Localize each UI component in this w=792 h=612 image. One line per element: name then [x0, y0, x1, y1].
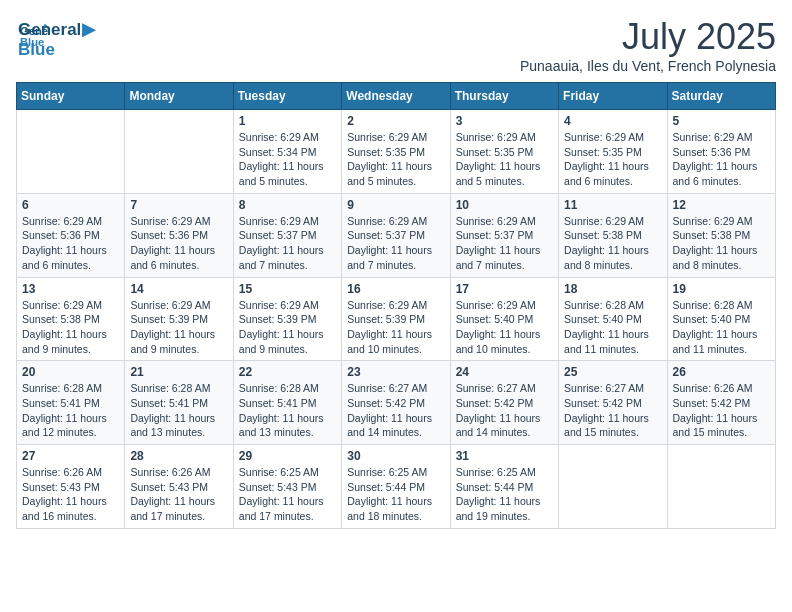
day-info: Sunrise: 6:28 AMSunset: 5:41 PMDaylight:… — [239, 381, 336, 440]
header-thursday: Thursday — [450, 83, 558, 110]
day-number: 2 — [347, 114, 444, 128]
calendar-cell: 31Sunrise: 6:25 AMSunset: 5:44 PMDayligh… — [450, 445, 558, 529]
day-info: Sunrise: 6:29 AMSunset: 5:37 PMDaylight:… — [347, 214, 444, 273]
day-number: 19 — [673, 282, 770, 296]
day-info: Sunrise: 6:25 AMSunset: 5:43 PMDaylight:… — [239, 465, 336, 524]
calendar-cell — [125, 110, 233, 194]
calendar-cell: 23Sunrise: 6:27 AMSunset: 5:42 PMDayligh… — [342, 361, 450, 445]
calendar-cell — [17, 110, 125, 194]
day-number: 29 — [239, 449, 336, 463]
day-number: 3 — [456, 114, 553, 128]
header-tuesday: Tuesday — [233, 83, 341, 110]
header-friday: Friday — [559, 83, 667, 110]
day-info: Sunrise: 6:29 AMSunset: 5:36 PMDaylight:… — [673, 130, 770, 189]
calendar-cell: 21Sunrise: 6:28 AMSunset: 5:41 PMDayligh… — [125, 361, 233, 445]
calendar-cell: 12Sunrise: 6:29 AMSunset: 5:38 PMDayligh… — [667, 193, 775, 277]
calendar-week-4: 20Sunrise: 6:28 AMSunset: 5:41 PMDayligh… — [17, 361, 776, 445]
calendar-cell: 11Sunrise: 6:29 AMSunset: 5:38 PMDayligh… — [559, 193, 667, 277]
calendar-cell: 16Sunrise: 6:29 AMSunset: 5:39 PMDayligh… — [342, 277, 450, 361]
day-number: 11 — [564, 198, 661, 212]
calendar-cell: 26Sunrise: 6:26 AMSunset: 5:42 PMDayligh… — [667, 361, 775, 445]
day-number: 21 — [130, 365, 227, 379]
calendar-cell: 3Sunrise: 6:29 AMSunset: 5:35 PMDaylight… — [450, 110, 558, 194]
calendar-cell: 4Sunrise: 6:29 AMSunset: 5:35 PMDaylight… — [559, 110, 667, 194]
day-number: 30 — [347, 449, 444, 463]
calendar-cell: 18Sunrise: 6:28 AMSunset: 5:40 PMDayligh… — [559, 277, 667, 361]
day-number: 9 — [347, 198, 444, 212]
calendar-cell: 6Sunrise: 6:29 AMSunset: 5:36 PMDaylight… — [17, 193, 125, 277]
day-info: Sunrise: 6:27 AMSunset: 5:42 PMDaylight:… — [347, 381, 444, 440]
day-number: 22 — [239, 365, 336, 379]
calendar-cell: 7Sunrise: 6:29 AMSunset: 5:36 PMDaylight… — [125, 193, 233, 277]
day-number: 24 — [456, 365, 553, 379]
day-number: 7 — [130, 198, 227, 212]
logo: General Blue General▶ Blue — [16, 16, 95, 59]
day-info: Sunrise: 6:29 AMSunset: 5:35 PMDaylight:… — [347, 130, 444, 189]
calendar-cell — [667, 445, 775, 529]
day-number: 18 — [564, 282, 661, 296]
calendar-cell: 15Sunrise: 6:29 AMSunset: 5:39 PMDayligh… — [233, 277, 341, 361]
day-number: 27 — [22, 449, 119, 463]
day-number: 17 — [456, 282, 553, 296]
header-monday: Monday — [125, 83, 233, 110]
calendar-week-2: 6Sunrise: 6:29 AMSunset: 5:36 PMDaylight… — [17, 193, 776, 277]
day-info: Sunrise: 6:26 AMSunset: 5:42 PMDaylight:… — [673, 381, 770, 440]
day-number: 16 — [347, 282, 444, 296]
day-number: 10 — [456, 198, 553, 212]
calendar-cell: 19Sunrise: 6:28 AMSunset: 5:40 PMDayligh… — [667, 277, 775, 361]
calendar-cell: 25Sunrise: 6:27 AMSunset: 5:42 PMDayligh… — [559, 361, 667, 445]
day-info: Sunrise: 6:28 AMSunset: 5:41 PMDaylight:… — [130, 381, 227, 440]
day-number: 15 — [239, 282, 336, 296]
calendar-cell: 17Sunrise: 6:29 AMSunset: 5:40 PMDayligh… — [450, 277, 558, 361]
day-info: Sunrise: 6:26 AMSunset: 5:43 PMDaylight:… — [22, 465, 119, 524]
day-number: 20 — [22, 365, 119, 379]
day-info: Sunrise: 6:29 AMSunset: 5:35 PMDaylight:… — [564, 130, 661, 189]
calendar-cell: 1Sunrise: 6:29 AMSunset: 5:34 PMDaylight… — [233, 110, 341, 194]
day-info: Sunrise: 6:29 AMSunset: 5:38 PMDaylight:… — [564, 214, 661, 273]
day-info: Sunrise: 6:29 AMSunset: 5:36 PMDaylight:… — [130, 214, 227, 273]
day-info: Sunrise: 6:28 AMSunset: 5:40 PMDaylight:… — [673, 298, 770, 357]
day-number: 25 — [564, 365, 661, 379]
logo-line1: General — [18, 20, 81, 39]
day-info: Sunrise: 6:29 AMSunset: 5:37 PMDaylight:… — [239, 214, 336, 273]
day-info: Sunrise: 6:29 AMSunset: 5:38 PMDaylight:… — [22, 298, 119, 357]
day-info: Sunrise: 6:29 AMSunset: 5:39 PMDaylight:… — [347, 298, 444, 357]
day-number: 26 — [673, 365, 770, 379]
calendar-cell: 8Sunrise: 6:29 AMSunset: 5:37 PMDaylight… — [233, 193, 341, 277]
day-number: 5 — [673, 114, 770, 128]
day-info: Sunrise: 6:29 AMSunset: 5:37 PMDaylight:… — [456, 214, 553, 273]
calendar-header-row: SundayMondayTuesdayWednesdayThursdayFrid… — [17, 83, 776, 110]
day-info: Sunrise: 6:29 AMSunset: 5:35 PMDaylight:… — [456, 130, 553, 189]
day-info: Sunrise: 6:28 AMSunset: 5:41 PMDaylight:… — [22, 381, 119, 440]
day-number: 4 — [564, 114, 661, 128]
day-info: Sunrise: 6:29 AMSunset: 5:36 PMDaylight:… — [22, 214, 119, 273]
calendar-cell: 14Sunrise: 6:29 AMSunset: 5:39 PMDayligh… — [125, 277, 233, 361]
day-number: 12 — [673, 198, 770, 212]
calendar-cell: 29Sunrise: 6:25 AMSunset: 5:43 PMDayligh… — [233, 445, 341, 529]
day-info: Sunrise: 6:26 AMSunset: 5:43 PMDaylight:… — [130, 465, 227, 524]
day-number: 1 — [239, 114, 336, 128]
calendar-cell: 28Sunrise: 6:26 AMSunset: 5:43 PMDayligh… — [125, 445, 233, 529]
header-saturday: Saturday — [667, 83, 775, 110]
day-number: 8 — [239, 198, 336, 212]
calendar-cell: 27Sunrise: 6:26 AMSunset: 5:43 PMDayligh… — [17, 445, 125, 529]
day-info: Sunrise: 6:27 AMSunset: 5:42 PMDaylight:… — [456, 381, 553, 440]
calendar-cell: 9Sunrise: 6:29 AMSunset: 5:37 PMDaylight… — [342, 193, 450, 277]
day-info: Sunrise: 6:29 AMSunset: 5:38 PMDaylight:… — [673, 214, 770, 273]
calendar-cell: 10Sunrise: 6:29 AMSunset: 5:37 PMDayligh… — [450, 193, 558, 277]
title-block: July 2025 Punaauia, Iles du Vent, French… — [520, 16, 776, 74]
day-number: 13 — [22, 282, 119, 296]
logo-line2: Blue — [18, 40, 95, 60]
day-number: 14 — [130, 282, 227, 296]
month-title: July 2025 — [520, 16, 776, 58]
calendar-body: 1Sunrise: 6:29 AMSunset: 5:34 PMDaylight… — [17, 110, 776, 529]
header-sunday: Sunday — [17, 83, 125, 110]
day-number: 28 — [130, 449, 227, 463]
calendar-cell: 13Sunrise: 6:29 AMSunset: 5:38 PMDayligh… — [17, 277, 125, 361]
calendar-cell: 24Sunrise: 6:27 AMSunset: 5:42 PMDayligh… — [450, 361, 558, 445]
day-info: Sunrise: 6:29 AMSunset: 5:34 PMDaylight:… — [239, 130, 336, 189]
calendar-week-5: 27Sunrise: 6:26 AMSunset: 5:43 PMDayligh… — [17, 445, 776, 529]
location-subtitle: Punaauia, Iles du Vent, French Polynesia — [520, 58, 776, 74]
day-number: 6 — [22, 198, 119, 212]
day-info: Sunrise: 6:25 AMSunset: 5:44 PMDaylight:… — [347, 465, 444, 524]
